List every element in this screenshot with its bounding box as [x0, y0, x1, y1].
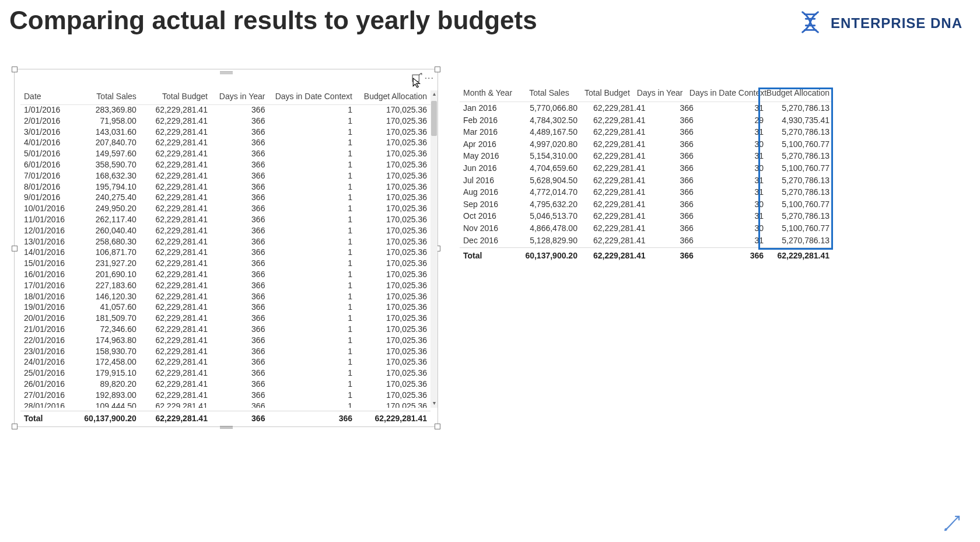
table-row[interactable]: 8/01/2016195,794.1062,229,281.413661170,…	[20, 181, 430, 193]
cell-sales: 89,820.20	[75, 379, 140, 390]
table-row[interactable]: 28/01/2016109,444.5062,229,281.413661170…	[20, 401, 430, 408]
table-row[interactable]: 15/01/2016231,927.2062,229,281.413661170…	[20, 258, 430, 269]
col-ba[interactable]: Budget Allocation	[356, 90, 430, 102]
col-ddc[interactable]: Days in Date Context	[686, 88, 763, 98]
cell-sales: 195,794.10	[75, 181, 140, 193]
focus-mode-icon[interactable]	[412, 73, 422, 83]
resize-handle[interactable]	[435, 424, 440, 429]
table-row[interactable]: 1/01/2016283,369.8062,229,281.413661170,…	[20, 104, 430, 116]
table-row[interactable]: Sep 20164,795,632.2062,229,281.41366305,…	[460, 198, 833, 211]
table-row[interactable]: 7/01/2016168,632.3062,229,281.413661170,…	[20, 170, 430, 181]
col-month[interactable]: Month & Year	[460, 88, 516, 98]
col-sales[interactable]: Total Sales	[516, 88, 573, 98]
cell-ba: 170,025.36	[356, 236, 430, 247]
table-row[interactable]: Nov 20164,866,478.0062,229,281.41366305,…	[460, 222, 833, 235]
cell-ba: 170,025.36	[356, 137, 430, 148]
cell-ba: 170,025.36	[356, 346, 430, 357]
cell-diy: 366	[211, 356, 269, 368]
cell-ddc: 1	[268, 324, 356, 335]
table-row[interactable]: 24/01/2016172,458.0062,229,281.413661170…	[20, 356, 430, 368]
resize-handle[interactable]	[12, 246, 18, 251]
table-row[interactable]: 26/01/201689,820.2062,229,281.413661170,…	[20, 379, 430, 390]
cell-diy: 366	[211, 258, 269, 269]
cell-ba: 170,025.36	[356, 247, 430, 258]
col-budget[interactable]: Total Budget	[573, 88, 634, 98]
table-row[interactable]: Dec 20165,128,829.9062,229,281.41366315,…	[460, 235, 833, 247]
cell-date: 6/01/2016	[20, 159, 75, 170]
table-row[interactable]: Jan 20165,770,066.8062,229,281.41366315,…	[460, 102, 833, 114]
table-row[interactable]: 22/01/2016174,963.8062,229,281.413661170…	[20, 335, 430, 346]
table-row[interactable]: 17/01/2016227,183.6062,229,281.413661170…	[20, 280, 430, 291]
cell-ddc: 31	[697, 235, 767, 247]
cell-sales: 4,489,167.50	[517, 126, 581, 138]
table-row[interactable]: 20/01/2016181,509.7062,229,281.413661170…	[20, 313, 430, 324]
table-row[interactable]: 9/01/2016240,275.4062,229,281.413661170,…	[20, 192, 430, 203]
resize-handle[interactable]	[12, 424, 18, 429]
cell-budget: 62,229,281.41	[140, 236, 211, 247]
cell-date: 14/01/2016	[20, 247, 75, 258]
monthly-table-visual[interactable]: Month & Year Total Sales Total Budget Da…	[460, 88, 833, 261]
table-row[interactable]: Jun 20164,704,659.6062,229,281.41366305,…	[460, 162, 833, 174]
scroll-thumb[interactable]	[431, 101, 437, 136]
col-diy[interactable]: Days in Year	[634, 88, 686, 98]
table-row[interactable]: 13/01/2016258,680.3062,229,281.413661170…	[20, 236, 430, 247]
table-row[interactable]: 10/01/2016249,950.2062,229,281.413661170…	[20, 203, 430, 214]
more-options-icon[interactable]: ···	[425, 73, 434, 83]
col-ba[interactable]: Budget Allocation	[763, 88, 833, 98]
table-row[interactable]: Feb 20164,784,302.5062,229,281.41366294,…	[460, 114, 833, 127]
cell-ddc: 1	[268, 335, 356, 346]
col-diy[interactable]: Days in Year	[211, 90, 269, 102]
cell-diy: 366	[649, 186, 697, 198]
cell-date: 28/01/2016	[20, 401, 75, 408]
cell-sales: 5,770,066.80	[517, 102, 581, 114]
table-row[interactable]: 23/01/2016158,930.7062,229,281.413661170…	[20, 346, 430, 357]
scroll-up-icon[interactable]: ▴	[430, 90, 438, 99]
table-row[interactable]: 21/01/201672,346.6062,229,281.413661170,…	[20, 324, 430, 335]
cell-month: Nov 2016	[460, 222, 517, 235]
cell-ddc: 30	[697, 198, 767, 211]
table-row[interactable]: 25/01/2016179,915.1062,229,281.413661170…	[20, 368, 430, 379]
table-row[interactable]: Apr 20164,997,020.8062,229,281.41366305,…	[460, 138, 833, 151]
col-budget[interactable]: Total Budget	[140, 90, 211, 102]
col-ddc[interactable]: Days in Date Context	[268, 90, 356, 102]
cell-ddc: 31	[697, 150, 767, 162]
table-row[interactable]: Mar 20164,489,167.5062,229,281.41366315,…	[460, 126, 833, 138]
table-row[interactable]: 18/01/2016146,120.3062,229,281.413661170…	[20, 291, 430, 302]
col-sales[interactable]: Total Sales	[75, 90, 140, 102]
cell-budget: 62,229,281.41	[140, 181, 211, 193]
table-row[interactable]: 16/01/2016201,690.1062,229,281.413661170…	[20, 269, 430, 280]
scrollbar[interactable]: ▴ ▾	[430, 90, 438, 408]
table-row[interactable]: 4/01/2016207,840.7062,229,281.413661170,…	[20, 137, 430, 148]
table-row[interactable]: 19/01/201641,057.6062,229,281.413661170,…	[20, 302, 430, 313]
table-row[interactable]: 27/01/2016192,893.0062,229,281.413661170…	[20, 390, 430, 401]
table-row[interactable]: 2/01/201671,958.0062,229,281.413661170,0…	[20, 116, 430, 127]
scroll-down-icon[interactable]: ▾	[430, 400, 438, 408]
table-row[interactable]: Aug 20164,772,014.7062,229,281.41366315,…	[460, 186, 833, 198]
cell-ddc: 30	[697, 222, 767, 235]
table-row[interactable]: 5/01/2016149,597.6062,229,281.413661170,…	[20, 148, 430, 159]
cell-sales: 106,871.70	[75, 247, 140, 258]
cell-ba: 170,025.36	[356, 269, 430, 280]
cell-sales: 72,346.60	[75, 324, 140, 335]
table-row[interactable]: Jul 20165,628,904.5062,229,281.41366315,…	[460, 174, 833, 187]
col-date[interactable]: Date	[20, 90, 75, 102]
cell-ddc: 1	[268, 368, 356, 379]
resize-handle[interactable]	[12, 67, 18, 72]
table-row[interactable]: May 20165,154,310.0062,229,281.41366315,…	[460, 150, 833, 162]
cell-ba: 170,025.36	[356, 302, 430, 313]
cell-budget: 62,229,281.41	[140, 225, 211, 236]
subscribe-icon[interactable]	[942, 513, 963, 536]
table-row[interactable]: 6/01/2016358,590.7062,229,281.413661170,…	[20, 159, 430, 170]
resize-handle[interactable]	[435, 67, 440, 72]
cell-ddc: 1	[268, 181, 356, 193]
drag-grip-icon[interactable]	[220, 425, 233, 429]
table-row[interactable]: 3/01/2016143,031.6062,229,281.413661170,…	[20, 127, 430, 138]
table-row[interactable]: 12/01/2016260,040.4062,229,281.413661170…	[20, 225, 430, 236]
daily-table-visual[interactable]: ··· Date Total Sales Total Budget Days i…	[14, 69, 438, 427]
cell-budget: 62,229,281.41	[581, 138, 649, 151]
cell-diy: 366	[211, 225, 269, 236]
table-row[interactable]: 11/01/2016262,117.4062,229,281.413661170…	[20, 214, 430, 225]
drag-grip-icon[interactable]	[220, 71, 233, 74]
table-row[interactable]: Oct 20165,046,513.7062,229,281.41366315,…	[460, 210, 833, 222]
table-row[interactable]: 14/01/2016106,871.7062,229,281.413661170…	[20, 247, 430, 258]
